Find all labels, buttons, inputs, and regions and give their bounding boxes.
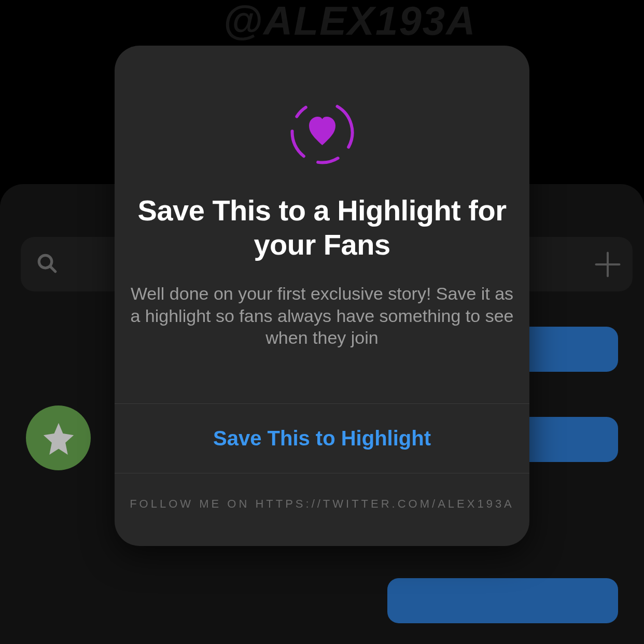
modal-footer-text: FOLLOW ME ON HTTPS://TWITTER.COM/ALEX193… [115,473,529,511]
message-bubble [387,578,618,623]
save-highlight-modal: Save This to a Highlight for your Fans W… [115,46,529,546]
save-to-highlight-button[interactable]: Save This to Highlight [115,404,529,473]
modal-title: Save This to a Highlight for your Fans [115,193,529,262]
star-icon [40,420,77,456]
search-icon [36,253,58,276]
close-friends-avatar[interactable] [26,405,91,470]
watermark-text: @ALEX193A [223,0,477,45]
highlight-heart-icon [287,97,357,167]
svg-line-1 [50,267,55,272]
add-button[interactable] [592,249,623,282]
modal-body-text: Well done on your first exclusive story!… [115,283,529,349]
